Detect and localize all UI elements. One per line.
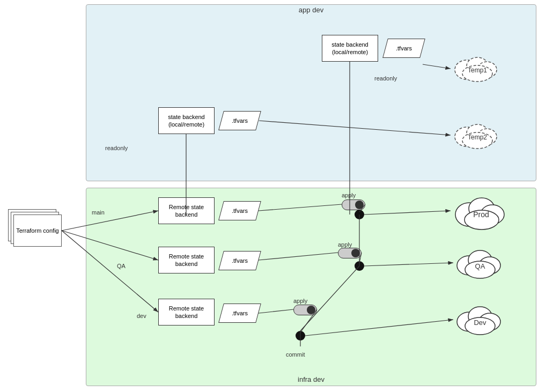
tf-page-front: Terraform config — [13, 215, 62, 247]
commit-label: commit — [286, 351, 305, 358]
toggle-dev-knob — [307, 306, 315, 314]
toggle-main-knob — [355, 201, 364, 209]
toggle-main[interactable] — [342, 199, 365, 210]
main-container: app dev infra dev Terraform config state… — [0, 0, 553, 392]
apply-label-main: apply — [342, 192, 356, 198]
circle-dev — [296, 331, 305, 341]
apply-label-dev: apply — [293, 298, 307, 304]
app-dev-label: app dev — [299, 6, 323, 14]
svg-text:Temp2: Temp2 — [468, 134, 487, 141]
tfvars-infra-main: .tfvars — [218, 201, 261, 220]
cloud-temp2: Temp2 — [451, 118, 504, 153]
toggle-qa[interactable] — [338, 248, 362, 258]
state-backend-app-bottom: state backend(local/remote) — [158, 107, 215, 134]
state-backend-infra-main: Remote statebackend — [158, 197, 215, 224]
app-dev-region: app dev — [86, 4, 536, 181]
state-backend-infra-dev: Remote statebackend — [158, 299, 215, 326]
cloud-dev-shape: Dev — [453, 300, 507, 339]
readonly-label-top: readonly — [374, 75, 397, 82]
infra-dev-label: infra dev — [298, 375, 325, 383]
cloud-qa-shape: QA — [453, 244, 507, 283]
toggle-qa-knob — [351, 249, 360, 257]
state-backend-app-top: state backend(local/remote) — [322, 35, 378, 62]
terraform-config: Terraform config — [8, 209, 67, 252]
tfvars-app-top: .tfvars — [382, 39, 425, 58]
terraform-config-label: Terraform config — [16, 227, 58, 234]
readonly-label-bottom: readonly — [105, 145, 128, 151]
toggle-dev[interactable] — [293, 305, 317, 315]
svg-text:Prod: Prod — [473, 210, 489, 219]
cloud-prod: Prod — [451, 190, 510, 233]
svg-text:Dev: Dev — [474, 319, 486, 327]
tfvars-infra-dev: .tfvars — [218, 304, 261, 323]
tfvars-app-bottom: .tfvars — [218, 111, 261, 130]
main-label: main — [92, 209, 105, 216]
dev-label: dev — [137, 313, 146, 319]
tfvars-infra-qa: .tfvars — [218, 251, 261, 270]
svg-text:QA: QA — [475, 262, 485, 270]
svg-text:Temp1: Temp1 — [468, 66, 487, 74]
qa-label: QA — [117, 263, 126, 269]
circle-main — [355, 210, 364, 219]
apply-label-qa: apply — [338, 241, 352, 248]
circle-qa — [355, 261, 364, 271]
cloud-temp1: Temp1 — [451, 51, 504, 86]
state-backend-infra-qa: Remote statebackend — [158, 247, 215, 273]
